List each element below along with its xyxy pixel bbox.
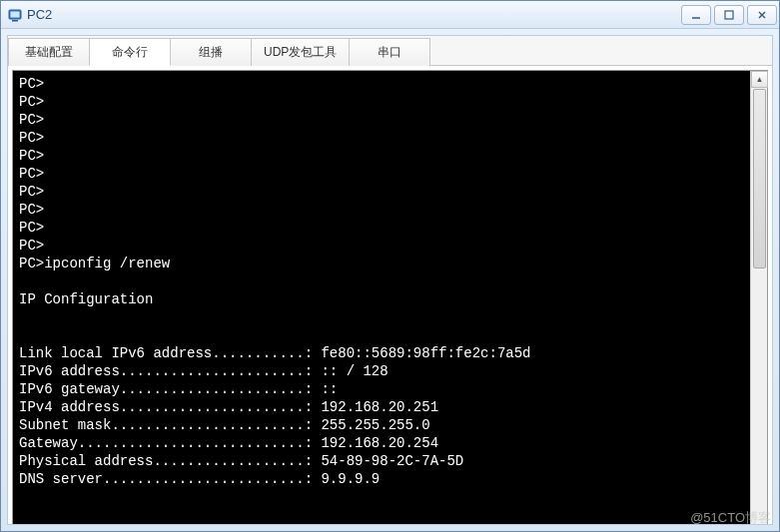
terminal-output[interactable]: PC> PC> PC> PC> PC> PC> PC> PC> PC> PC> … xyxy=(13,71,750,525)
title-left: PC2 xyxy=(7,7,52,23)
terminal-container: PC> PC> PC> PC> PC> PC> PC> PC> PC> PC> … xyxy=(12,70,768,525)
tab-multicast[interactable]: 组播 xyxy=(170,38,252,66)
vertical-scrollbar: ▲ ▼ xyxy=(750,71,767,525)
client-area: 基础配置 命令行 组播 UDP发包工具 串口 PC> PC> PC> PC> P… xyxy=(7,35,773,525)
window-frame: PC2 基础配置 命令行 组播 UDP发包工具 串口 PC> PC> PC> P… xyxy=(0,0,780,532)
svg-rect-4 xyxy=(725,11,733,19)
tab-basic-config[interactable]: 基础配置 xyxy=(8,38,90,66)
app-icon xyxy=(7,7,23,23)
tab-udp-tool[interactable]: UDP发包工具 xyxy=(251,38,350,66)
tab-serial[interactable]: 串口 xyxy=(349,38,430,66)
scroll-up-button[interactable]: ▲ xyxy=(751,71,768,88)
window-title: PC2 xyxy=(27,7,52,22)
tab-command-line[interactable]: 命令行 xyxy=(89,38,171,66)
svg-rect-1 xyxy=(12,20,18,22)
svg-rect-2 xyxy=(11,11,20,17)
close-button[interactable] xyxy=(747,5,777,25)
maximize-button[interactable] xyxy=(714,5,744,25)
window-controls xyxy=(678,5,777,25)
minimize-button[interactable] xyxy=(681,5,711,25)
tab-bar: 基础配置 命令行 组播 UDP发包工具 串口 xyxy=(8,36,772,66)
title-bar: PC2 xyxy=(1,1,779,29)
scroll-thumb[interactable] xyxy=(753,89,766,268)
